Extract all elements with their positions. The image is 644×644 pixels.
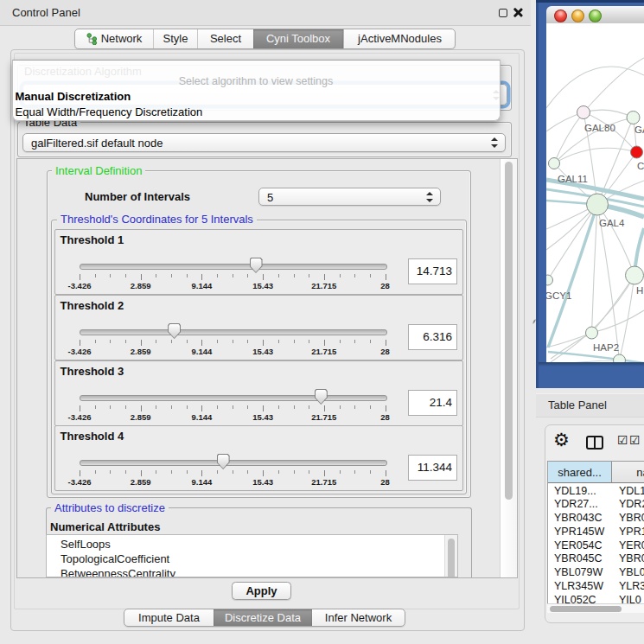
tick-mark: [217, 405, 218, 409]
network-node[interactable]: [586, 327, 598, 339]
tick-label: 21.715: [311, 477, 336, 487]
tab-network[interactable]: Network: [75, 29, 153, 48]
table-row[interactable]: YPR145WYPR1: [548, 524, 644, 538]
tick-mark: [340, 340, 341, 343]
slider-thumb[interactable]: [315, 389, 328, 405]
tab-cyni-toolbox[interactable]: Cyni Toolbox: [253, 29, 343, 48]
vertical-scrollbar[interactable]: [500, 159, 518, 577]
list-item[interactable]: SelfLoops: [47, 537, 457, 552]
horizontal-scrollbar[interactable]: [547, 603, 644, 613]
tab-impute-data[interactable]: Impute Data: [124, 609, 214, 626]
table-row[interactable]: YBR043CYBR0: [548, 511, 644, 525]
slider-track[interactable]: [80, 395, 387, 401]
threshold-value-field[interactable]: 21.4: [408, 390, 457, 416]
tick-mark: [95, 340, 96, 343]
network-node[interactable]: [546, 275, 553, 285]
threshold-panel: Threshold 4-3.4262.8599.14415.4321.71528…: [54, 425, 463, 491]
network-node[interactable]: [549, 158, 560, 169]
table-row[interactable]: YDR27...YDR2: [548, 497, 644, 511]
tick-mark-major: [324, 470, 325, 476]
slider-thumb-face: [316, 390, 327, 404]
checkbox-icon[interactable]: ☑: [629, 433, 641, 447]
table-row[interactable]: YLR345WYLR3: [548, 578, 644, 592]
tick-mark: [233, 405, 233, 409]
tick-mark: [278, 274, 279, 277]
table-row[interactable]: YER054CYER0: [548, 538, 644, 552]
float-window-icon[interactable]: [499, 9, 507, 17]
threshold-coordinates-title: Threshold's Coordinates for 5 Intervals: [57, 214, 257, 225]
popup-item-prompt[interactable]: Select algorithm to view settings: [13, 73, 500, 89]
network-node[interactable]: [627, 112, 640, 124]
column-header-name[interactable]: name: [612, 462, 644, 483]
tick-label: 21.715: [311, 347, 336, 356]
column-header-shared-name[interactable]: shared...: [548, 462, 612, 483]
network-canvas[interactable]: GAL80GACGAL11GAL4GCY1HHAP2: [546, 23, 644, 362]
table-row[interactable]: YBL079WYBL0: [548, 565, 644, 579]
close-traffic-light[interactable]: [554, 10, 567, 22]
tick-mark-major: [80, 405, 80, 411]
table-data-combobox[interactable]: galFiltered.sif default node: [22, 133, 506, 152]
tab-discretize-data[interactable]: Discretize Data: [214, 609, 312, 626]
slider-thumb[interactable]: [217, 454, 230, 469]
threshold-value-field[interactable]: 11.344: [408, 455, 457, 481]
tick-label: -3.426: [68, 281, 92, 290]
network-node[interactable]: [577, 106, 590, 119]
table-row[interactable]: YIL052CYIL0: [548, 592, 644, 603]
apply-button[interactable]: Apply: [232, 582, 291, 600]
split-columns-icon[interactable]: [586, 436, 603, 450]
tick-label: -3.426: [68, 347, 92, 356]
tick-label: 9.144: [192, 281, 213, 290]
vertical-scrollbar-thumb[interactable]: [505, 162, 513, 500]
tick-mark: [125, 340, 126, 343]
tab-style[interactable]: Style: [154, 29, 197, 48]
tick-mark: [247, 340, 248, 343]
tick-mark: [247, 274, 248, 277]
network-window-titlebar[interactable]: [546, 6, 644, 24]
slider-track[interactable]: [80, 264, 387, 270]
slider-thumb[interactable]: [250, 258, 263, 273]
checkbox-icon[interactable]: ☑: [617, 433, 628, 447]
tab-select[interactable]: Select: [198, 29, 253, 48]
list-item[interactable]: BetweennessCentrality: [47, 566, 457, 577]
tick-mark: [125, 274, 126, 277]
settings-gear-icon[interactable]: ⚙: [553, 430, 570, 450]
close-icon[interactable]: [513, 8, 522, 17]
numerical-attributes-list[interactable]: SelfLoopsTopologicalCoefficientBetweenne…: [46, 534, 458, 577]
tick-mark: [294, 274, 295, 277]
tab-jactivemnodules[interactable]: jActiveMNodules: [343, 29, 456, 48]
tick-mark: [187, 470, 188, 474]
tick-mark: [354, 274, 355, 277]
slider-track[interactable]: [80, 329, 387, 335]
splitpane-collapse-icon[interactable]: [532, 318, 537, 325]
network-node[interactable]: [587, 194, 609, 215]
tick-mark: [217, 470, 218, 474]
zoom-traffic-light[interactable]: [589, 10, 602, 22]
tab-infer-network[interactable]: Infer Network: [312, 609, 405, 626]
network-node[interactable]: [631, 146, 643, 158]
network-node[interactable]: [626, 266, 644, 284]
network-node[interactable]: [614, 354, 626, 362]
slider-track[interactable]: [80, 460, 387, 466]
threshold-value-field[interactable]: 14.713: [408, 258, 457, 284]
popup-item-manual-discretization[interactable]: Manual Discretization: [13, 89, 500, 105]
list-scrollbar[interactable]: [444, 535, 457, 577]
popup-item-equal-width[interactable]: Equal Width/Frequency Discretization: [13, 105, 500, 120]
tick-mark-major: [141, 274, 142, 280]
tick-mark: [125, 470, 126, 474]
table-row[interactable]: YBR045CYBR0: [548, 552, 644, 565]
list-scrollbar-thumb[interactable]: [448, 539, 456, 578]
table-row[interactable]: YDL19...YDL1: [548, 483, 644, 497]
slider-thumb[interactable]: [168, 323, 181, 339]
table-panel-header: Table Panel: [536, 393, 644, 418]
window-title: Control Panel: [12, 6, 80, 19]
tick-label: 9.144: [192, 347, 213, 356]
minimize-traffic-light[interactable]: [571, 10, 584, 22]
horizontal-scrollbar-thumb[interactable]: [550, 606, 622, 612]
tick-mark-major: [201, 405, 202, 411]
tick-label: 9.144: [192, 477, 213, 487]
threshold-label: Threshold 2: [61, 299, 124, 312]
tick-mark: [294, 405, 295, 409]
list-item[interactable]: TopologicalCoefficient: [47, 552, 457, 566]
number-of-intervals-combobox[interactable]: 5: [258, 188, 441, 206]
threshold-value-field[interactable]: 6.316: [408, 324, 457, 350]
